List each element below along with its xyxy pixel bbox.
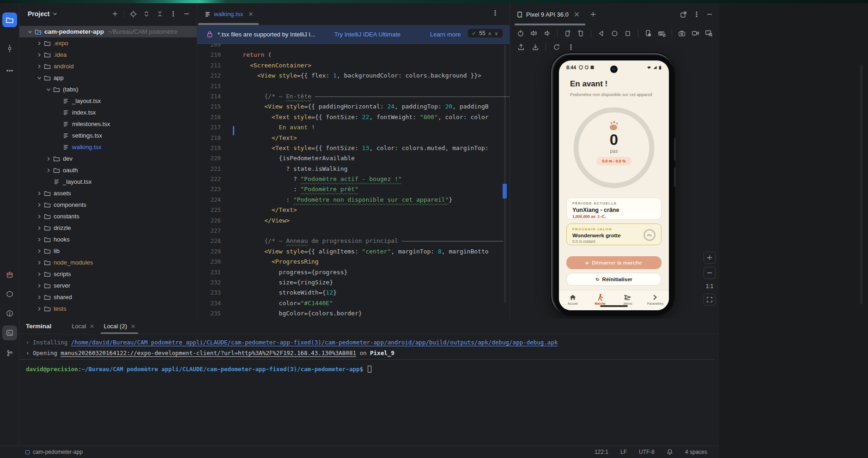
editor-options-button[interactable]	[492, 10, 498, 16]
tree-row[interactable]: _layout.tsx	[19, 176, 197, 187]
overview-button[interactable]	[622, 27, 634, 39]
caret-position[interactable]: 122:1	[595, 449, 608, 455]
try-ultimate-link[interactable]: Try IntelliJ IDEA Ultimate	[334, 31, 401, 38]
desktop-scrollbar[interactable]	[860, 65, 862, 305]
code-line[interactable]: 212 <View style={{ flex: 1, backgroundCo…	[197, 71, 510, 81]
volume-up-button[interactable]	[528, 27, 540, 39]
chevron-right-icon[interactable]	[45, 168, 52, 173]
code-line[interactable]: 231 progress={progress}	[197, 267, 510, 277]
tree-row[interactable]: settings.tsx	[19, 130, 197, 141]
power-button[interactable]	[515, 27, 526, 39]
chevron-down-icon[interactable]	[36, 76, 42, 80]
dependencies-tool-button[interactable]	[2, 267, 17, 282]
code-line[interactable]: 233 strokeWidth={12}	[197, 288, 510, 298]
code-line[interactable]: 235 bgColor={colors.border}	[197, 308, 510, 319]
open-in-window-button[interactable]	[680, 11, 687, 18]
tree-row[interactable]: cam-pedometer-app~/Bureau/CAM podomètre	[19, 26, 197, 37]
code-line[interactable]: 218 </Text>	[197, 133, 510, 143]
tree-row[interactable]: milestones.tsx	[19, 118, 197, 130]
restart-button[interactable]	[550, 41, 563, 53]
tree-row[interactable]: index.tsx	[19, 107, 197, 118]
tree-row[interactable]: oauth	[19, 164, 197, 176]
reset-button[interactable]: ↻ Réinitialiser	[566, 273, 662, 286]
more-tool-windows-button[interactable]	[2, 63, 17, 78]
chevron-right-icon[interactable]	[36, 64, 42, 69]
code-line[interactable]: 232 size={ringSize}	[197, 277, 510, 288]
code-line[interactable]: 229 <View style={{ alignItems: "center",…	[197, 247, 510, 257]
code-line[interactable]: 224 : "Podomètre non disponible sur cet …	[197, 195, 510, 205]
code-line[interactable]: 216 <Text style={{ fontSize: 22, fontWei…	[197, 112, 510, 122]
terminal-tool-button[interactable]	[2, 325, 17, 340]
status-project[interactable]: cam-pedometer-app	[25, 449, 83, 455]
tree-row[interactable]: .idea	[19, 49, 197, 60]
tree-row[interactable]: constants	[19, 211, 197, 222]
tree-row[interactable]: dev	[19, 153, 197, 164]
editor-scrollbar[interactable]	[504, 45, 506, 303]
start-walk-button[interactable]: ▶ Démarrer la marche	[566, 256, 662, 269]
version-control-tool-button[interactable]	[2, 346, 17, 361]
hide-emulator-button[interactable]	[706, 11, 713, 18]
chevron-right-icon[interactable]	[36, 191, 42, 196]
virtual-input-button[interactable]	[656, 27, 668, 39]
tree-row[interactable]: components	[19, 199, 197, 211]
file-encoding[interactable]: UTF-8	[639, 449, 655, 455]
code-line[interactable]: 220 {isPedometerAvailable	[197, 153, 510, 163]
chevron-right-icon[interactable]	[36, 214, 42, 219]
tree-row[interactable]: app	[19, 72, 197, 84]
code-line[interactable]: 217 En avant !	[197, 122, 510, 133]
emulator-options-button[interactable]	[693, 11, 700, 18]
terminal-title[interactable]: Terminal	[26, 323, 51, 330]
expand-all-button[interactable]	[142, 9, 151, 18]
chevron-right-icon[interactable]	[36, 307, 42, 311]
tree-row[interactable]: drizzle	[19, 222, 197, 234]
upload-button[interactable]	[515, 41, 527, 53]
chevron-right-icon[interactable]	[36, 295, 42, 300]
code-line[interactable]: 225 </Text>	[197, 205, 510, 215]
code-line[interactable]: 223 : "Podomètre prêt"	[197, 184, 510, 194]
screen-record-button[interactable]	[690, 27, 701, 39]
tree-row[interactable]: node_modules	[19, 257, 197, 268]
tree-row[interactable]: (tabs)	[19, 84, 197, 95]
close-terminal-tab-icon[interactable]: ✕	[131, 323, 135, 330]
tree-row[interactable]: shared	[19, 291, 197, 303]
back-button[interactable]	[595, 27, 607, 39]
chevron-right-icon[interactable]	[36, 249, 42, 253]
terminal-tab[interactable]: Local (2)✕	[99, 319, 140, 334]
volume-down-button[interactable]	[541, 27, 553, 39]
gesture-bar[interactable]	[600, 305, 628, 307]
rotate-left-button[interactable]	[562, 27, 573, 39]
chevron-down-icon[interactable]	[53, 12, 57, 16]
phone-nav-tab-paramètres[interactable]: Paramètres	[642, 290, 669, 310]
snapshot-search-button[interactable]	[703, 27, 715, 39]
current-period-card[interactable]: PÉRIODE ACTUELLE YunXiang - crâne 1,000,…	[566, 198, 662, 220]
chevron-down-icon[interactable]	[27, 30, 33, 34]
chevron-right-icon[interactable]	[36, 226, 42, 230]
line-separator[interactable]: LF	[620, 449, 627, 455]
add-device-button[interactable]	[590, 11, 596, 18]
tree-row[interactable]: hooks	[19, 234, 197, 245]
tree-row[interactable]: lib	[19, 245, 197, 257]
editor-scrollbar-thumb[interactable]	[503, 184, 507, 199]
next-milestone-card[interactable]: PROCHAIN JALON Wonderwerk grotte 0.0 m r…	[566, 223, 662, 245]
toolbar-more-button[interactable]	[565, 41, 577, 53]
panel-options-button[interactable]	[169, 9, 178, 18]
build-tool-button[interactable]	[2, 287, 17, 301]
close-terminal-tab-icon[interactable]: ✕	[90, 323, 94, 330]
code-area[interactable]: 209210 return (211 <ScreenContainer>212 …	[197, 40, 510, 319]
chevron-right-icon[interactable]	[36, 260, 42, 265]
hide-panel-button[interactable]	[182, 9, 191, 18]
screenshot-button[interactable]	[676, 27, 688, 39]
phone-nav-tab-marche[interactable]: Marche	[587, 290, 614, 310]
tree-row[interactable]: _layout.tsx	[19, 95, 197, 107]
tree-row[interactable]: server	[19, 280, 197, 291]
chevron-right-icon[interactable]	[36, 53, 42, 57]
zoom-out-button[interactable]	[704, 267, 716, 279]
chevron-right-icon[interactable]	[36, 237, 42, 242]
select-opened-file-button[interactable]	[128, 9, 138, 18]
code-line[interactable]: 211 <ScreenContainer>	[197, 60, 510, 71]
code-line[interactable]: 215 <View style={{ paddingHorizontal: 24…	[197, 102, 510, 112]
chevron-down-icon[interactable]	[45, 87, 52, 92]
chevron-right-icon[interactable]	[36, 272, 42, 277]
code-line[interactable]: 222 ? "Podomètre actif - bougez !"	[197, 174, 510, 184]
chevron-right-icon[interactable]	[36, 203, 42, 207]
